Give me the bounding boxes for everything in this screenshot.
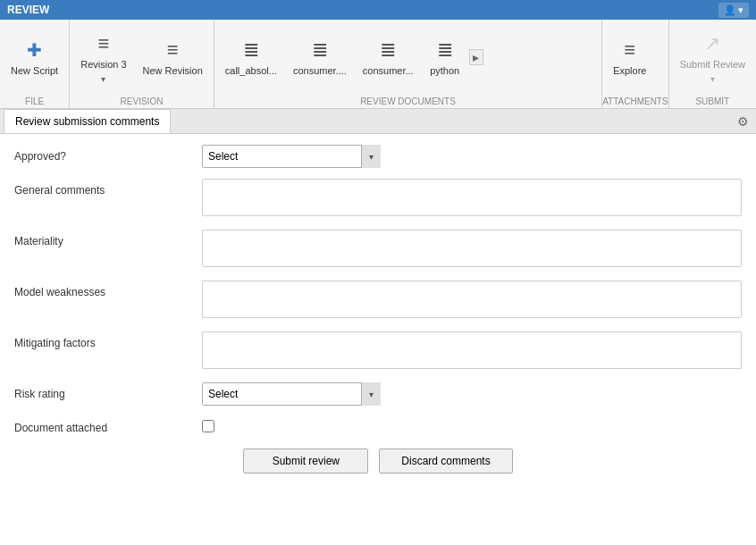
submit-arrow: ▾: [710, 74, 715, 84]
document-attached-checkbox[interactable]: [202, 420, 214, 432]
explore-icon: [624, 37, 635, 62]
form-area: Approved? Select Yes No ▾ General commen…: [0, 134, 756, 545]
toolbar: New Script FILE Revision 3 ▾ New Revisio…: [0, 20, 756, 109]
submit-section-label: SUBMIT: [669, 95, 756, 108]
file-buttons: New Script: [0, 20, 69, 95]
doc-consumer2-icon: [380, 37, 396, 62]
revision-label: Revision 3: [80, 59, 126, 71]
new-script-icon: [27, 37, 42, 62]
general-comments-input[interactable]: [202, 179, 742, 216]
document-attached-row: Document attached: [14, 416, 742, 434]
model-weaknesses-row: Model weaknesses: [14, 281, 742, 321]
approved-row: Approved? Select Yes No ▾: [14, 145, 742, 168]
document-attached-wrapper: [202, 416, 742, 432]
doc-python-label: python: [430, 65, 459, 77]
doc-python-button[interactable]: python: [423, 33, 467, 80]
risk-rating-label: Risk rating: [14, 382, 202, 400]
mitigating-factors-row: Mitigating factors: [14, 331, 742, 372]
tab-label: Review submission comments: [15, 115, 159, 128]
risk-rating-row: Risk rating Select Low Medium High ▾: [14, 382, 742, 406]
app-title: REVIEW: [7, 4, 49, 16]
new-script-button[interactable]: New Script: [4, 33, 65, 80]
doc-consumer2-label: consumer...: [363, 65, 414, 77]
new-script-label: New Script: [11, 65, 58, 77]
scroll-right-button[interactable]: ▸: [469, 49, 483, 65]
explore-button[interactable]: Explore: [606, 33, 653, 80]
model-weaknesses-control: [202, 281, 742, 321]
toolbar-review-docs-section: call_absol... consumer.... consumer... p…: [214, 20, 602, 108]
approved-select[interactable]: Select Yes No: [202, 145, 381, 168]
materiality-control: [202, 230, 742, 270]
general-comments-control: [202, 179, 742, 219]
general-comments-row: General comments: [14, 179, 742, 219]
general-comments-label: General comments: [14, 179, 202, 197]
tab-bar: Review submission comments ⚙: [0, 109, 756, 134]
doc-consumer1-icon: [312, 37, 328, 62]
top-bar: REVIEW 👤 ▾: [0, 0, 756, 20]
doc-call-absol-label: call_absol...: [225, 65, 277, 77]
toolbar-revision-section: Revision 3 ▾ New Revision REVISION: [70, 20, 214, 108]
materiality-input[interactable]: [202, 230, 742, 267]
submit-buttons: Submit Review ▾: [669, 20, 756, 95]
review-docs-section-label: REVIEW DOCUMENTS: [214, 95, 601, 108]
submit-review-label: Submit Review: [680, 59, 745, 71]
risk-rating-control: Select Low Medium High ▾: [202, 382, 742, 406]
mitigating-factors-label: Mitigating factors: [14, 331, 202, 349]
document-attached-label: Document attached: [14, 416, 202, 434]
doc-consumer1-button[interactable]: consumer....: [286, 33, 354, 80]
risk-rating-select-wrapper: Select Low Medium High ▾: [202, 382, 381, 406]
doc-python-icon: [437, 37, 453, 62]
toolbar-submit-section: Submit Review ▾ SUBMIT: [669, 20, 756, 108]
doc-consumer2-button[interactable]: consumer...: [356, 33, 421, 80]
document-attached-control: [202, 416, 742, 432]
user-icon: 👤: [724, 4, 736, 16]
revision-arrow: ▾: [101, 74, 105, 84]
mitigating-factors-control: [202, 331, 742, 372]
approved-control: Select Yes No ▾: [202, 145, 742, 168]
file-section-label: FILE: [0, 95, 69, 108]
settings-icon: ⚙: [737, 114, 749, 129]
tab-review-submission-comments[interactable]: Review submission comments: [4, 109, 171, 133]
mitigating-factors-input[interactable]: [202, 331, 742, 369]
revision-icon: [97, 30, 109, 55]
submit-review-form-button[interactable]: Submit review: [243, 449, 368, 474]
review-docs-buttons: call_absol... consumer.... consumer... p…: [214, 20, 601, 95]
top-bar-controls: 👤 ▾: [718, 3, 749, 18]
new-revision-label: New Revision: [143, 65, 203, 77]
explore-label: Explore: [613, 65, 646, 77]
tab-settings-icon[interactable]: ⚙: [730, 111, 756, 132]
attachments-section-label: ATTACHMENTS: [602, 95, 668, 108]
materiality-label: Materiality: [14, 230, 202, 247]
new-revision-icon: [167, 37, 179, 62]
doc-call-absol-icon: [243, 37, 259, 62]
submit-review-icon: [704, 30, 720, 55]
revision-section-label: REVISION: [70, 95, 214, 108]
new-revision-button[interactable]: New Revision: [136, 33, 210, 80]
attachments-buttons: Explore: [602, 20, 668, 95]
model-weaknesses-label: Model weaknesses: [14, 281, 202, 298]
doc-consumer1-label: consumer....: [293, 65, 347, 77]
dropdown-icon: ▾: [738, 4, 743, 16]
form-actions: Submit review Discard comments: [14, 449, 742, 474]
materiality-row: Materiality: [14, 230, 742, 270]
submit-review-button[interactable]: Submit Review ▾: [673, 27, 752, 88]
toolbar-attachments-section: Explore ATTACHMENTS: [602, 20, 669, 108]
toolbar-file-section: New Script FILE: [0, 20, 70, 108]
user-menu-button[interactable]: 👤 ▾: [718, 3, 749, 18]
revision-buttons: Revision 3 ▾ New Revision: [70, 20, 214, 95]
scroll-right-icon: ▸: [473, 50, 479, 64]
approved-label: Approved?: [14, 145, 202, 163]
approved-select-wrapper: Select Yes No ▾: [202, 145, 381, 168]
model-weaknesses-input[interactable]: [202, 281, 742, 318]
doc-call-absol-button[interactable]: call_absol...: [218, 33, 284, 80]
revision-button[interactable]: Revision 3 ▾: [73, 27, 133, 88]
risk-rating-select[interactable]: Select Low Medium High: [202, 382, 381, 406]
discard-comments-button[interactable]: Discard comments: [379, 449, 512, 474]
